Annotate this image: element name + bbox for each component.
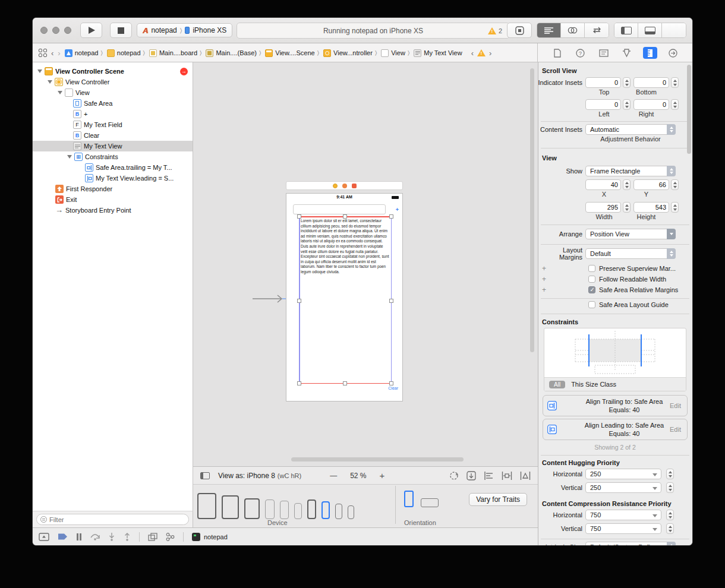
filter-input[interactable]	[49, 516, 185, 523]
preview-text-view-selected[interactable]: Lorem ipsum dolor sit er elit lamet, con…	[299, 216, 392, 384]
device-iphone-xs-icon[interactable]	[294, 503, 302, 519]
breakpoints-toggle-icon[interactable]	[58, 533, 68, 540]
library-button[interactable]	[507, 23, 532, 38]
related-items-icon[interactable]	[39, 49, 47, 57]
add-variation-button[interactable]: +	[542, 264, 546, 273]
outline-row-first-responder[interactable]: First Responder	[33, 184, 193, 194]
canvas-horizontal-scrollbar[interactable]	[291, 457, 464, 461]
next-issue-button[interactable]: ›	[489, 49, 491, 58]
compression-vertical-stepper[interactable]	[666, 523, 674, 534]
outline-row-constraints[interactable]: ⊞ Constraints	[33, 151, 193, 162]
show-popup[interactable]: Frame Rectangle	[585, 166, 676, 176]
breadcrumb-my-text-view[interactable]: My Text View	[414, 49, 462, 57]
orientation-landscape-icon[interactable]	[421, 498, 439, 507]
breadcrumb-folder[interactable]: notepad〉	[107, 49, 145, 57]
resize-handle[interactable]	[297, 299, 301, 303]
hugging-horizontal-combo[interactable]: 250	[585, 469, 661, 479]
device-iphone-4s-icon[interactable]	[348, 505, 354, 519]
resize-handle[interactable]	[343, 214, 347, 219]
arrange-pulldown[interactable]: Position View	[585, 229, 676, 239]
inset-right-field[interactable]	[633, 99, 669, 110]
resize-handle[interactable]	[297, 381, 301, 385]
zoom-level[interactable]: 52 %	[350, 472, 366, 480]
breadcrumb-storyboard-base[interactable]: Main....(Base)〉	[206, 49, 261, 57]
device-ipad-icon[interactable]	[244, 498, 260, 519]
outline-row-exit[interactable]: Exit	[33, 194, 193, 205]
debug-process[interactable]: notepad	[192, 533, 228, 541]
step-over-icon[interactable]	[90, 533, 100, 540]
dock-exit-icon[interactable]	[352, 184, 357, 188]
vary-for-traits-button[interactable]: Vary for Traits	[469, 493, 527, 506]
document-outline-toggle-icon[interactable]	[200, 472, 210, 479]
disclosure-triangle[interactable]	[48, 80, 52, 84]
storyboard-canvas[interactable]: 9:41 AM + Lorem ipsum dolor sit er elit …	[193, 62, 538, 466]
inspector-panel-toggle[interactable]	[662, 23, 686, 37]
follow-readable-width-checkbox[interactable]	[588, 276, 595, 283]
stop-button[interactable]	[110, 23, 132, 38]
outline-row-view[interactable]: View	[33, 87, 193, 98]
embed-icon[interactable]	[466, 471, 476, 480]
resize-handle[interactable]	[389, 214, 393, 219]
pin-icon[interactable]	[502, 472, 512, 480]
outline-row-constraint-leading[interactable]: My Text View.leading = S...	[33, 173, 193, 184]
tab-size-inspector[interactable]	[643, 47, 657, 59]
compression-vertical-combo[interactable]: 750	[585, 523, 661, 534]
close-window-button[interactable]	[40, 27, 48, 34]
device-iphone-xr-icon[interactable]	[280, 501, 289, 519]
device-ipad-pro-105-icon[interactable]	[222, 495, 239, 519]
outline-row-text-field[interactable]: F My Text Field	[33, 119, 193, 130]
y-field[interactable]	[633, 179, 669, 190]
zoom-in-button[interactable]: +	[380, 470, 385, 480]
edit-constraint-button[interactable]: Edit	[670, 402, 681, 409]
layout-margins-popup[interactable]: Default	[585, 248, 676, 259]
debug-area-toggle-icon[interactable]	[39, 533, 49, 541]
back-button[interactable]: ‹	[51, 49, 53, 58]
scene-update-badge[interactable]: →	[180, 68, 188, 75]
resize-handle[interactable]	[389, 381, 393, 385]
run-button[interactable]	[80, 23, 102, 38]
view-hierarchy-debugger-icon[interactable]	[148, 533, 157, 541]
preview-plus-button[interactable]: +	[396, 207, 399, 213]
height-stepper[interactable]	[671, 202, 679, 213]
outline-row-plus-button[interactable]: B +	[33, 109, 193, 119]
resize-handle[interactable]	[297, 214, 301, 219]
device-iphone-se-icon[interactable]	[335, 504, 342, 519]
preview-text-field[interactable]	[293, 204, 386, 214]
inset-left-field[interactable]	[585, 99, 621, 110]
intrinsic-size-popup[interactable]: Default (System Define...	[585, 542, 676, 545]
compression-horizontal-stepper[interactable]	[666, 510, 674, 520]
navigator-panel-toggle[interactable]	[614, 23, 638, 37]
debug-panel-toggle[interactable]	[638, 23, 662, 37]
resolve-autolayout-icon[interactable]	[520, 472, 531, 480]
tab-attributes-inspector[interactable]	[620, 47, 634, 59]
constraint-row-trailing[interactable]: Align Trailing to: Safe AreaEquals: 40 E…	[543, 395, 688, 416]
storyboard-entry-arrow[interactable]	[253, 294, 289, 304]
height-field[interactable]	[633, 202, 669, 213]
safe-area-layout-guide-checkbox[interactable]	[588, 301, 595, 308]
tab-file-inspector[interactable]	[550, 47, 565, 59]
device-ipad-pro-129-icon[interactable]	[197, 493, 216, 519]
disclosure-triangle[interactable]	[37, 69, 42, 73]
pause-icon[interactable]	[76, 533, 82, 540]
version-editor-button[interactable]	[585, 23, 609, 37]
safe-area-relative-margins-checkbox[interactable]	[588, 286, 595, 293]
constraints-diagram[interactable]: All This Size Class	[544, 328, 686, 391]
scheme-selector[interactable]: A notepad 〉 iPhone XS	[137, 23, 232, 37]
outline-row-safe-area[interactable]: Safe Area	[33, 98, 193, 109]
device-iphone-8-icon-selected[interactable]	[321, 501, 330, 519]
width-field[interactable]	[585, 202, 621, 213]
constraint-row-leading[interactable]: Align Leading to: Safe AreaEquals: 40 Ed…	[543, 419, 688, 440]
preview-clear-button[interactable]: Clear	[388, 386, 398, 390]
breadcrumb-scene[interactable]: View....Scene〉	[265, 49, 319, 57]
issue-warning-icon[interactable]	[477, 49, 486, 56]
outline-row-my-text-view[interactable]: My Text View	[33, 141, 193, 151]
edit-constraint-button[interactable]: Edit	[670, 426, 681, 433]
view-as-label[interactable]: View as: iPhone 8	[218, 472, 275, 480]
assistant-editor-button[interactable]	[561, 23, 585, 37]
width-stepper[interactable]	[623, 202, 631, 213]
dock-first-responder-icon[interactable]	[342, 184, 347, 188]
hugging-horizontal-stepper[interactable]	[666, 469, 674, 479]
breadcrumb-view[interactable]: View〉	[381, 49, 409, 57]
disclosure-triangle[interactable]	[67, 155, 72, 159]
breadcrumb-project[interactable]: notepad〉	[65, 49, 103, 57]
